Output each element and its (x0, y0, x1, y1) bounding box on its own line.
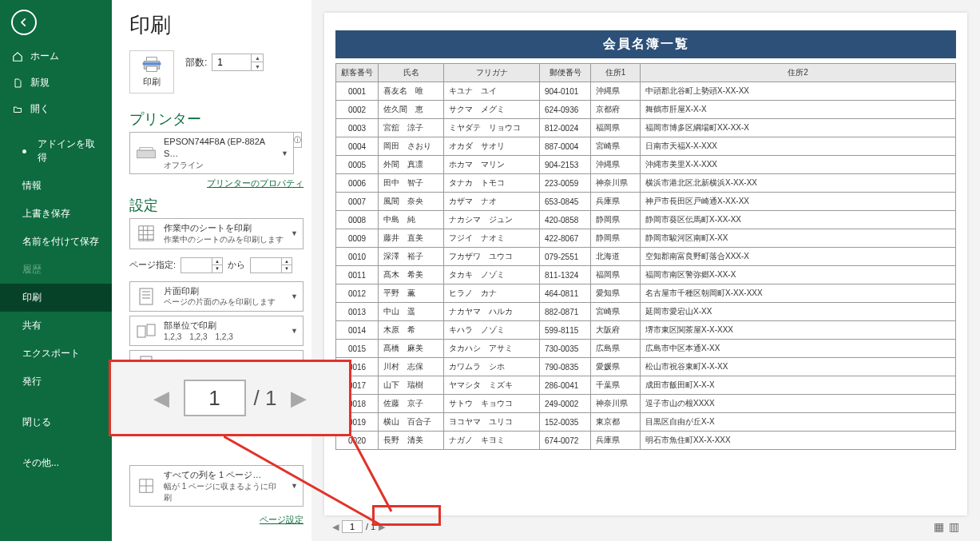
svg-rect-7 (140, 288, 153, 304)
printer-properties-link[interactable]: プリンターのプロパティ (129, 177, 304, 189)
print-scope-select[interactable]: 作業中のシートを印刷 作業中のシートのみを印刷します ▼ (129, 218, 304, 249)
scope-title: 作業中のシートを印刷 (164, 222, 284, 234)
sidebar-open[interactable]: 開く (0, 96, 112, 122)
svg-rect-9 (147, 324, 155, 336)
svg-rect-5 (140, 147, 153, 149)
sidebar-label: 履歴 (22, 263, 42, 276)
table-row: 0004岡田 さおりオカダ サオリ887-0004宮崎県日南市天福X-X-XXX (336, 137, 956, 156)
svg-rect-8 (137, 326, 145, 337)
table-header: フリガナ (444, 64, 540, 82)
collate-icon (135, 321, 157, 340)
printer-name: EPSON744F8A (EP-882A S… (164, 136, 275, 160)
to-label: から (228, 259, 245, 271)
preview-page: 会員名簿一覧 顧客番号氏名フリガナ郵便番号住所1住所2 0001喜友名 唯キユナ… (324, 13, 967, 515)
svg-rect-2 (147, 66, 157, 72)
chevron-down-icon: ▼ (291, 292, 298, 300)
duplex-title: 片面印刷 (164, 285, 284, 297)
sidebar-label: 情報 (22, 179, 42, 193)
page-range-label: ページ指定: (129, 259, 176, 271)
duplex-select[interactable]: 片面印刷 ページの片面のみを印刷します ▼ (129, 281, 304, 312)
copies-input[interactable] (212, 54, 251, 70)
page-to-input[interactable] (251, 258, 281, 272)
sidebar-home[interactable]: ホーム (0, 43, 112, 70)
table-row: 0020長野 清美ナガノ キヨミ674-0072兵庫県明石市魚住町XX-X-XX… (336, 432, 956, 450)
next-page-button[interactable]: ▶ (379, 522, 385, 532)
table-header: 住所1 (591, 64, 641, 82)
fit-select[interactable]: すべての列を 1 ページ… 幅が 1 ページに収まるように印刷 ▼ (129, 465, 304, 507)
printer-status: オフライン (164, 160, 275, 171)
sidebar-saveas[interactable]: 名前を付けて保存 (0, 228, 112, 256)
sidebar-label: 開く (30, 102, 50, 116)
page-total: / 1 (366, 522, 375, 531)
sidebar-addins[interactable]: アドインを取得 (0, 130, 112, 172)
sidebar-label: アドインを取得 (38, 137, 101, 165)
table-row: 0016川村 志保カワムラ シホ790-0835愛媛県松山市祝谷東町X-X-XX (336, 358, 956, 376)
chevron-down-icon: ▼ (291, 327, 298, 335)
zoom-margins-icon[interactable]: ▥ (949, 520, 959, 533)
sidebar-publish[interactable]: 発行 (0, 368, 112, 396)
page-from-input[interactable] (181, 258, 212, 272)
sidebar-label: エクスポート (22, 347, 80, 360)
page-title: 印刷 (129, 11, 302, 39)
callout-next-button[interactable]: ▶ (291, 386, 307, 411)
sidebar-share[interactable]: 共有 (0, 312, 112, 340)
zoom-to-page-icon[interactable]: ▦ (934, 520, 944, 533)
settings-heading: 設定 (129, 196, 302, 215)
sidebar-info[interactable]: 情報 (0, 172, 112, 200)
sidebar-close[interactable]: 閉じる (0, 408, 112, 436)
table-row: 0011髙木 希美タカキ ノゾミ811-1324福岡県福岡市南区警弥郷X-XX-… (336, 266, 956, 284)
page-setup-link[interactable]: ページ設定 (129, 514, 304, 526)
prev-page-button[interactable]: ◀ (332, 522, 339, 532)
sidebar-new[interactable]: 新規 (0, 70, 112, 96)
svg-rect-1 (147, 58, 157, 62)
collate-select[interactable]: 部単位で印刷 1,2,3 1,2,3 1,2,3 ▼ (129, 316, 304, 346)
collate-sub: 1,2,3 1,2,3 1,2,3 (164, 332, 284, 343)
fit-sub: 幅が 1 ページに収まるように印刷 (164, 481, 284, 503)
printer-select[interactable]: EPSON744F8A (EP-882A S… オフライン ▼ (129, 132, 294, 174)
sidebar-label: 発行 (22, 375, 42, 388)
copies-spinner[interactable]: ▲▼ (212, 54, 264, 71)
callout-prev-button[interactable]: ◀ (153, 386, 169, 411)
collate-title: 部単位で印刷 (164, 320, 284, 332)
sidebar-label: 共有 (22, 319, 42, 332)
printer-small-icon (135, 144, 157, 163)
spin-down[interactable]: ▼ (252, 62, 263, 70)
print-preview: 会員名簿一覧 顧客番号氏名フリガナ郵便番号住所1住所2 0001喜友名 唯キユナ… (311, 0, 980, 541)
table-row: 0014木原 希キハラ ノゾミ599-8115大阪府堺市東区関茶屋X-X-XXX (336, 321, 956, 340)
sidebar-label: 閉じる (22, 416, 51, 429)
table-row: 0008中島 純ナカシマ ジュン420-0858静岡県静岡市葵区伝馬町X-XX-… (336, 211, 956, 229)
svg-rect-3 (143, 62, 161, 65)
page-navigator-callout: ◀ / 1 ▶ (109, 360, 351, 436)
print-settings-panel: 印刷 印刷 部数: ▲▼ プリンター (112, 0, 311, 541)
sidebar-label: 印刷 (22, 291, 42, 304)
page-number-input[interactable] (342, 520, 363, 533)
print-button[interactable]: 印刷 (129, 50, 174, 93)
sidebar-save[interactable]: 上書き保存 (0, 200, 112, 228)
back-button[interactable] (11, 10, 37, 35)
file-icon (11, 78, 24, 89)
spin-up[interactable]: ▲ (252, 54, 263, 62)
table-row: 0019横山 百合子ヨコヤマ ユリコ152-0035東京都目黒区自由が丘X-X (336, 413, 956, 432)
sidebar-label: その他... (22, 456, 59, 470)
printer-info-button[interactable]: ⓘ (294, 132, 302, 148)
svg-rect-4 (137, 150, 156, 158)
page-from-spinner[interactable]: ▲▼ (181, 257, 223, 273)
sidebar-other[interactable]: その他... (0, 449, 112, 477)
sidebar-export[interactable]: エクスポート (0, 340, 112, 368)
callout-page-input[interactable] (184, 380, 246, 416)
table-row: 0005外間 真凛ホカマ マリン904-2153沖縄県沖縄市美里X-X-XXX (336, 156, 956, 174)
page-to-spinner[interactable]: ▲▼ (250, 257, 292, 273)
table-row: 0015髙橋 麻美タカハシ アサミ730-0035広島県広島市中区本通X-XX (336, 340, 956, 358)
sidebar-label: 新規 (30, 76, 50, 90)
table-row: 0002佐久間 恵サクマ メグミ624-0936京都府舞鶴市肝屋X-X-X (336, 101, 956, 119)
table-row: 0018佐藤 京子サトウ キョウコ249-0002神奈川県逗子市山の根XXXX (336, 395, 956, 413)
table-row: 0017山下 瑞樹ヤマシタ ミズキ286-0041千葉県成田市飯田町X-X-X (336, 376, 956, 395)
sidebar-print[interactable]: 印刷 (0, 284, 112, 312)
folder-icon (11, 105, 24, 114)
fit-title: すべての列を 1 ページ… (164, 469, 284, 481)
table-row: 0006田中 智子タナカ トモコ223-0059神奈川県横浜市港北区北新横浜X-… (336, 174, 956, 193)
table-header: 郵便番号 (540, 64, 591, 82)
table-row: 0001喜友名 唯キユナ ユイ904-0101沖縄県中頭郡北谷町上勢頭X-XX-… (336, 82, 956, 101)
page-navigator: ◀ / 1 ▶ (332, 520, 385, 533)
member-table: 顧客番号氏名フリガナ郵便番号住所1住所2 0001喜友名 唯キユナ ユイ904-… (335, 63, 956, 450)
